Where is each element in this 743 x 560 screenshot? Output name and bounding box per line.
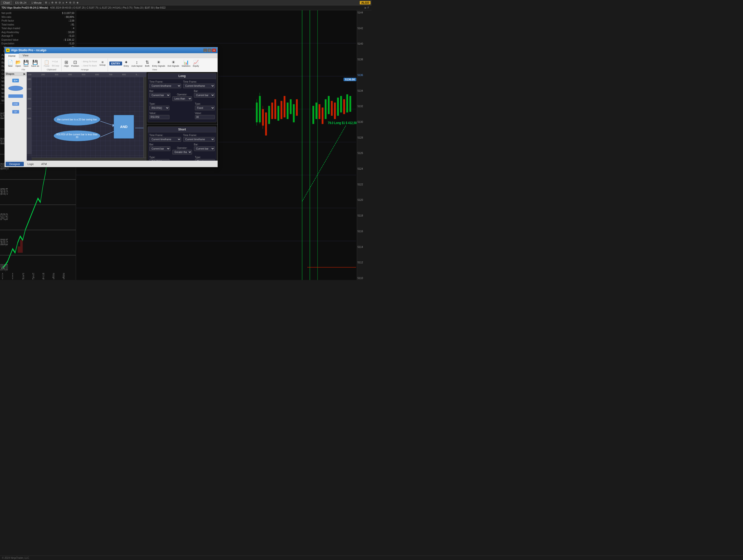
shape-ellipse-item[interactable] bbox=[6, 85, 26, 92]
long-operator-select[interactable]: Less than Greater than Equal to bbox=[172, 96, 192, 101]
short-bar-right-select[interactable]: Current bar bbox=[194, 146, 215, 151]
shape-or[interactable]: Or bbox=[12, 110, 19, 114]
paste-button[interactable]: 📋 Paste bbox=[43, 59, 50, 68]
long-value-right-input[interactable] bbox=[195, 115, 215, 119]
canvas-scrollbar-v[interactable] bbox=[143, 77, 146, 158]
shape-grid-item[interactable]: ⊞ ▾ bbox=[6, 77, 26, 84]
shape-and-item[interactable]: AND bbox=[6, 100, 26, 107]
ribbon-group-view: ENTRY ✦ Entry ↕ Auto layout ⇅ Both ☀ bbox=[108, 58, 201, 71]
position-button[interactable]: ⊡ Position bbox=[71, 59, 80, 68]
long-panel-body: Time Frame: Current timeframe Time Frame… bbox=[148, 79, 216, 122]
chart-header-text: TDU Algo Studio ProES 06-24 (1 Minute) bbox=[1, 6, 48, 9]
entry-signals-icon: ☀ bbox=[157, 60, 161, 64]
toolbar-icon-2[interactable]: ↕ bbox=[49, 1, 50, 4]
entry-signals-button[interactable]: ☀ Entry Signals bbox=[151, 59, 166, 68]
ribbon-tab-home[interactable]: Home bbox=[5, 53, 19, 58]
minimize-button[interactable]: _ bbox=[203, 49, 207, 52]
short-tf-right: Time Frame: Current timeframe bbox=[183, 134, 215, 142]
long-timeframe-row: Time Frame: Current timeframe Time Frame… bbox=[149, 80, 215, 88]
toolbar-icon-8[interactable]: ⊛ bbox=[69, 1, 71, 4]
short-bar-row: Bar: Current bar Operator: Greater than … bbox=[149, 143, 215, 155]
copy-button[interactable]: ⧉ Copy bbox=[51, 64, 60, 68]
svg-rect-55 bbox=[277, 106, 279, 121]
nav-arrow[interactable]: ▶ bbox=[365, 6, 366, 9]
stat-row-avg-trades: Avg #trades/day : 10,00 bbox=[1, 31, 74, 34]
toolbar-icon-7[interactable]: ✦ bbox=[65, 1, 68, 4]
svg-rect-65 bbox=[322, 107, 323, 124]
send-to-back-button[interactable]: ↓ Send To Back bbox=[81, 64, 98, 68]
toolbar-icon-9[interactable]: ⊙ bbox=[73, 1, 75, 4]
long-tf-right-select[interactable]: Current timeframe bbox=[183, 84, 215, 88]
svg-rect-60 bbox=[293, 104, 295, 122]
maximize-button[interactable]: □ bbox=[208, 49, 212, 52]
long-value-left-input[interactable] bbox=[149, 115, 169, 119]
designer-canvas[interactable]: 100 200 300 400 500 600 700 800 9... 100… bbox=[27, 72, 146, 161]
shape-connector-item[interactable] bbox=[6, 93, 26, 99]
chart-label[interactable]: Chart bbox=[1, 1, 12, 5]
canvas-ruler-v: 100 200 300 400 500 bbox=[27, 77, 32, 154]
shape-connector[interactable] bbox=[8, 94, 23, 98]
long-type-right-select[interactable]: Fixed RSI.RSI() bbox=[195, 106, 215, 110]
shapes-expand-icon[interactable]: ▶ bbox=[24, 73, 26, 75]
shape-or-item[interactable]: Or bbox=[6, 109, 26, 115]
toolbar-icon-3[interactable]: ⊕ bbox=[51, 1, 53, 4]
ribbon-tab-view[interactable]: View bbox=[19, 53, 32, 58]
long-type-left-select[interactable]: RSI.RSI() bbox=[149, 106, 169, 110]
short-operator-select[interactable]: Greater than Less than Equal to bbox=[172, 150, 192, 155]
svg-text:24: 24 bbox=[32, 271, 34, 280]
close-button[interactable]: × bbox=[212, 49, 216, 52]
shape-ellipse[interactable] bbox=[8, 86, 23, 91]
long-bar-right-select[interactable]: Current bar bbox=[194, 93, 215, 97]
node-and[interactable]: AND bbox=[114, 115, 134, 138]
long-tf-left-select[interactable]: Current timeframe bbox=[149, 84, 181, 88]
auto-layout-icon: ↕ bbox=[136, 60, 138, 64]
save-as-button[interactable]: 💾 Save as bbox=[30, 59, 40, 68]
statistics-button[interactable]: 📊 Statistics bbox=[181, 59, 191, 68]
svg-rect-64 bbox=[318, 104, 320, 119]
dialog-body: Shapes ▶ ⊞ ▾ AND Or bbox=[5, 72, 218, 161]
tab-designer[interactable]: Designer bbox=[6, 162, 24, 166]
equity-icon: 📈 bbox=[193, 60, 199, 64]
long-tf-left: Time Frame: Current timeframe bbox=[149, 80, 181, 88]
long-value-row: Value: Value: bbox=[149, 112, 215, 119]
exit-signals-button[interactable]: ☀ Exit Signals bbox=[167, 59, 180, 68]
svg-rect-51 bbox=[265, 113, 267, 136]
auto-layout-button[interactable]: ↕ Auto layout bbox=[130, 59, 143, 68]
cut-button[interactable]: ✂ Cut bbox=[51, 59, 60, 63]
group-button[interactable]: ⊞ Group bbox=[98, 60, 107, 67]
svg-text:48: 48 bbox=[62, 271, 64, 280]
tab-atm[interactable]: ATM bbox=[38, 162, 50, 166]
instrument-selector[interactable]: ES 06-24 bbox=[13, 1, 28, 5]
save-button[interactable]: 💾 Save bbox=[22, 59, 30, 68]
timeframe-selector[interactable]: 1 Minute bbox=[30, 1, 43, 5]
stat-row-avg-r: Average R : 0,13 bbox=[1, 34, 74, 38]
canvas-scrollbar-h[interactable] bbox=[32, 158, 146, 161]
short-tf-right-select[interactable]: Current timeframe bbox=[183, 137, 215, 142]
svg-rect-52 bbox=[268, 106, 270, 124]
algo-button[interactable]: ALGO bbox=[360, 1, 370, 4]
align-button[interactable]: ⊞ Align bbox=[63, 59, 70, 68]
ribbon-group-arrange: ⊞ Align ⊡ Position ↑ Bring To Front ↓ bbox=[62, 58, 108, 71]
stat-row-win-ratio: Win-ratio : 88,89% bbox=[1, 15, 74, 19]
both-button[interactable]: ⇅ Both bbox=[144, 59, 150, 68]
toolbar-icon-4[interactable]: ⊗ bbox=[55, 1, 57, 4]
toolbar-icon-10[interactable]: ◈ bbox=[77, 1, 79, 4]
short-bar-left-select[interactable]: Current bar bbox=[149, 146, 170, 151]
shape-and[interactable]: AND bbox=[12, 102, 19, 106]
new-button[interactable]: 📄 New bbox=[7, 59, 14, 68]
toolbar-icon-1[interactable]: ⊞ bbox=[45, 1, 47, 4]
toolbar-icon-6[interactable]: ≡ bbox=[62, 1, 64, 4]
short-tf-left-select[interactable]: Current timeframe bbox=[149, 137, 181, 142]
entry-button[interactable]: ✦ Entry bbox=[123, 59, 130, 68]
bring-to-front-button[interactable]: ↑ Bring To Front bbox=[81, 59, 98, 63]
equity-button[interactable]: 📈 Equity bbox=[192, 59, 200, 68]
shape-grid-button[interactable]: ⊞ ▾ bbox=[12, 79, 19, 82]
entry-main-button[interactable]: ENTRY bbox=[110, 61, 122, 66]
node-rsi-condition[interactable]: RSI.RSI of the current bar is less than … bbox=[54, 130, 100, 141]
node-swing-low[interactable]: the current bar is a 20 bar swing low bbox=[54, 113, 100, 126]
open-button[interactable]: 📂 Open bbox=[14, 59, 22, 68]
svg-rect-69 bbox=[334, 102, 336, 119]
tab-logic[interactable]: Logic bbox=[24, 162, 38, 166]
long-bar-left-select[interactable]: Current bar bbox=[149, 93, 170, 97]
toolbar-icon-5[interactable]: ⊘ bbox=[58, 1, 61, 4]
